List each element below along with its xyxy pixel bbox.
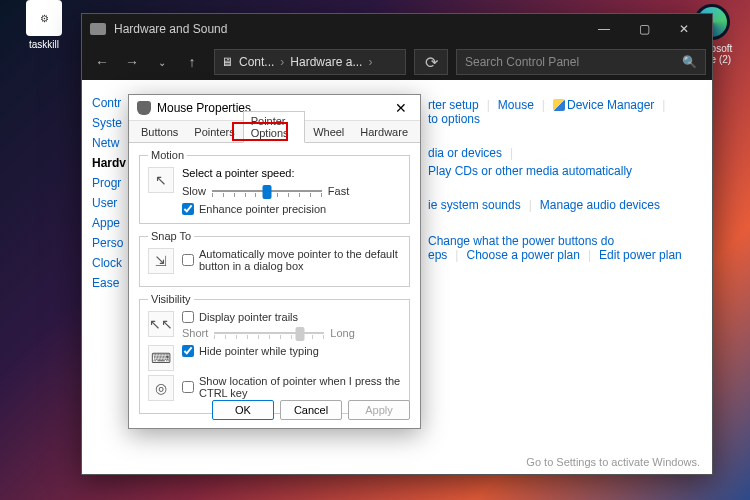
group-legend: Visibility bbox=[148, 293, 194, 305]
link[interactable]: Edit power plan bbox=[599, 248, 682, 262]
close-button[interactable]: ✕ bbox=[390, 98, 412, 118]
ok-button[interactable]: OK bbox=[212, 400, 274, 420]
up-button[interactable]: ↑ bbox=[178, 48, 206, 76]
search-input[interactable]: Search Control Panel 🔍 bbox=[456, 49, 706, 75]
fast-label: Fast bbox=[328, 185, 349, 197]
slow-label: Slow bbox=[182, 185, 206, 197]
tab-hardware[interactable]: Hardware bbox=[352, 122, 416, 142]
hardware-icon bbox=[90, 23, 106, 35]
category-sound: ie system sounds| Manage audio devices bbox=[428, 198, 698, 212]
minimize-button[interactable]: — bbox=[584, 14, 624, 44]
pointer-trails-slider bbox=[214, 325, 324, 341]
recent-dropdown[interactable]: ⌄ bbox=[148, 48, 176, 76]
cancel-button[interactable]: Cancel bbox=[280, 400, 342, 420]
enhance-precision-label: Enhance pointer precision bbox=[199, 203, 326, 215]
breadcrumb-seg[interactable]: Hardware a... bbox=[290, 55, 362, 69]
forward-button[interactable]: → bbox=[118, 48, 146, 76]
desktop-icon-label: taskkill bbox=[29, 39, 59, 50]
search-placeholder: Search Control Panel bbox=[465, 55, 579, 69]
hide-while-typing-checkbox[interactable] bbox=[182, 345, 194, 357]
window-titlebar[interactable]: Hardware and Sound — ▢ ✕ bbox=[82, 14, 712, 44]
link[interactable]: ie system sounds bbox=[428, 198, 521, 212]
category-autoplay: dia or devices| Play CDs or other media … bbox=[428, 146, 698, 178]
ctrl-locate-checkbox[interactable] bbox=[182, 381, 194, 393]
desktop-icon-taskkill[interactable]: ⚙ taskkill bbox=[14, 0, 74, 50]
ctrl-locate-icon: ◎ bbox=[148, 375, 174, 401]
group-legend: Motion bbox=[148, 149, 187, 161]
pointer-speed-label: Select a pointer speed: bbox=[182, 167, 401, 179]
apply-button[interactable]: Apply bbox=[348, 400, 410, 420]
link[interactable]: Choose a power plan bbox=[466, 248, 579, 262]
tab-wheel[interactable]: Wheel bbox=[305, 122, 352, 142]
pointer-trails-label: Display pointer trails bbox=[199, 311, 298, 323]
batch-file-icon: ⚙ bbox=[26, 0, 62, 36]
shield-icon bbox=[553, 99, 565, 111]
link[interactable]: Change what the power buttons do bbox=[428, 234, 614, 248]
activation-watermark: Go to Settings to activate Windows. bbox=[526, 456, 700, 468]
mouse-properties-dialog: Mouse Properties ✕ Buttons Pointers Poin… bbox=[128, 94, 421, 429]
pointer-trails-checkbox[interactable] bbox=[182, 311, 194, 323]
link[interactable]: dia or devices bbox=[428, 146, 502, 160]
navigation-toolbar: ← → ⌄ ↑ 🖥 Cont... › Hardware a... › ⟳ Se… bbox=[82, 44, 712, 80]
group-snapto: Snap To ⇲ Automatically move pointer to … bbox=[139, 230, 410, 287]
pointer-trails-icon: ↖↖ bbox=[148, 311, 174, 337]
link-mouse[interactable]: Mouse bbox=[498, 98, 534, 112]
ctrl-locate-label: Show location of pointer when I press th… bbox=[199, 375, 401, 399]
close-button[interactable]: ✕ bbox=[664, 14, 704, 44]
group-motion: Motion ↖ Select a pointer speed: Slow Fa… bbox=[139, 149, 410, 224]
link[interactable]: to options bbox=[428, 112, 480, 126]
refresh-button[interactable]: ⟳ bbox=[414, 49, 448, 75]
hide-typing-icon: ⌨ bbox=[148, 345, 174, 371]
control-panel-icon: 🖥 bbox=[221, 55, 233, 69]
address-bar[interactable]: 🖥 Cont... › Hardware a... › bbox=[214, 49, 406, 75]
tab-pointers[interactable]: Pointers bbox=[186, 122, 242, 142]
snap-to-label: Automatically move pointer to the defaul… bbox=[199, 248, 401, 272]
back-button[interactable]: ← bbox=[88, 48, 116, 76]
group-visibility: Visibility ↖↖ Display pointer trails Sho… bbox=[139, 293, 410, 414]
window-title: Hardware and Sound bbox=[114, 22, 584, 36]
enhance-precision-checkbox[interactable] bbox=[182, 203, 194, 215]
mouse-icon bbox=[137, 101, 151, 115]
link[interactable]: eps bbox=[428, 248, 447, 262]
hide-while-typing-label: Hide pointer while typing bbox=[199, 345, 319, 357]
dialog-tabs: Buttons Pointers Pointer Options Wheel H… bbox=[129, 121, 420, 143]
long-label: Long bbox=[330, 327, 354, 339]
link[interactable]: Manage audio devices bbox=[540, 198, 660, 212]
link[interactable]: Play CDs or other media automatically bbox=[428, 164, 632, 178]
tab-pointer-options[interactable]: Pointer Options bbox=[243, 111, 305, 143]
pointer-speed-slider[interactable] bbox=[212, 183, 322, 199]
short-label: Short bbox=[182, 327, 208, 339]
search-icon: 🔍 bbox=[682, 55, 697, 69]
link[interactable]: rter setup bbox=[428, 98, 479, 112]
chevron-right-icon[interactable]: › bbox=[368, 55, 372, 69]
breadcrumb-seg[interactable]: Cont... bbox=[239, 55, 274, 69]
maximize-button[interactable]: ▢ bbox=[624, 14, 664, 44]
category-power: Change what the power buttons do eps| Ch… bbox=[428, 234, 698, 262]
tab-buttons[interactable]: Buttons bbox=[133, 122, 186, 142]
snap-to-checkbox[interactable] bbox=[182, 254, 194, 266]
link-device-manager[interactable]: Device Manager bbox=[567, 98, 654, 112]
snap-to-icon: ⇲ bbox=[148, 248, 174, 274]
chevron-right-icon[interactable]: › bbox=[280, 55, 284, 69]
category-devices: rter setup| Mouse| Device Manager| to op… bbox=[428, 98, 698, 126]
group-legend: Snap To bbox=[148, 230, 194, 242]
pointer-speed-icon: ↖ bbox=[148, 167, 174, 193]
